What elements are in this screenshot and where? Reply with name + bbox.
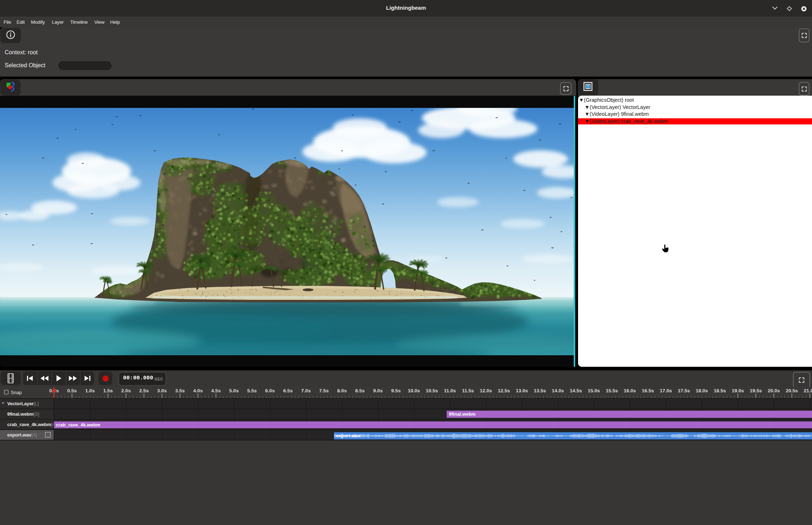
svg-text:?: ?	[587, 84, 589, 88]
